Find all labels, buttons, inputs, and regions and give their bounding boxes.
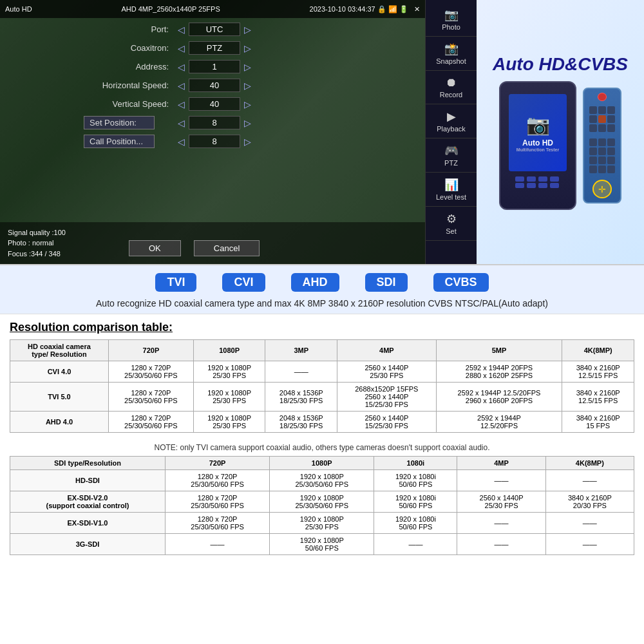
sdi-section: NOTE: only TVI camera support coaxial au…: [0, 438, 644, 560]
sdi-row-exv2-720p: 1280 x 720P25/30/50/60 FPS: [165, 491, 269, 513]
ctrl-coaxitron-value: PTZ: [189, 41, 240, 55]
res-col-5mp: 5MP: [436, 340, 562, 361]
res-col-type: HD coaxial cameratype/ Resolution: [10, 340, 109, 361]
ctrl-coaxitron-label: Coaxitron:: [84, 43, 174, 53]
menu-ptz-label: PTZ: [444, 159, 458, 167]
res-col-4k: 4K(8MP): [562, 340, 634, 361]
ctrl-port-right[interactable]: ▷: [240, 23, 255, 36]
sdi-row-3g-1080p: 1920 x 1080P50/60 FPS: [270, 534, 374, 555]
row-tvi-720p: 1280 x 720P25/30/50/60 FPS: [108, 383, 193, 412]
ctrl-address-left[interactable]: ◁: [174, 61, 189, 73]
topbar-left: Auto HD: [5, 5, 32, 13]
ctrl-coaxitron-right[interactable]: ▷: [240, 42, 255, 55]
camera-emoji: 📷: [526, 113, 550, 136]
ctrl-setpos-right[interactable]: ▷: [240, 117, 255, 129]
badge-tvi: TVI: [155, 273, 196, 292]
topbar-right: 2023-10-10 03:44:37 🔒 📶 🔋 ✕: [310, 5, 420, 14]
row-ahd-1080p: 1920 x 1080P25/30 FPS: [193, 412, 265, 433]
ctrl-port-left[interactable]: ◁: [174, 23, 189, 36]
menu-leveltest[interactable]: 📊 Level test: [426, 173, 477, 207]
ctrl-hspeed-left[interactable]: ◁: [174, 79, 189, 92]
ctrl-vspeed: Vertical Speed: ◁ 40 ▷: [84, 97, 316, 111]
sdi-col-1080p: 1080P: [270, 457, 374, 470]
menu-set[interactable]: ⚙ Set: [426, 207, 477, 241]
ok-button[interactable]: OK: [129, 240, 181, 256]
photo-icon: 📷: [444, 8, 459, 22]
sdi-note: NOTE: only TVI camera support coaxial au…: [10, 443, 634, 452]
sdi-col-720p: 720P: [165, 457, 269, 470]
res-col-4mp: 4MP: [337, 340, 437, 361]
menu-record-label: Record: [440, 91, 462, 99]
row-tvi-1080p: 1920 x 1080P25/30 FPS: [193, 383, 265, 412]
ctrl-address-value: 1: [189, 60, 240, 73]
ctrl-setpos-left[interactable]: ◁: [174, 117, 189, 129]
menu-photo[interactable]: 📷 Photo: [426, 3, 477, 37]
resolution-table: HD coaxial cameratype/ Resolution 720P 1…: [10, 339, 634, 433]
table-row: HD-SDI 1280 x 720P25/30/50/60 FPS 1920 x…: [10, 470, 634, 491]
remote-mock: ✛: [583, 88, 621, 204]
menu-record[interactable]: ⏺ Record: [426, 71, 477, 104]
sdi-row-hd-1080i: 1920 x 1080i50/60 FPS: [374, 470, 457, 491]
menu-set-label: Set: [446, 227, 457, 235]
ctrl-vspeed-left[interactable]: ◁: [174, 98, 189, 111]
device-mock: 📷 Auto HD Multifunction Tester: [499, 81, 576, 210]
ctrl-callpos-value: 8: [189, 135, 240, 148]
row-ahd-name: AHD 4.0: [10, 412, 109, 433]
product-panel: Auto HD&CVBS 📷 Auto HD Multifunction Tes…: [477, 0, 644, 264]
ctrl-coaxitron-left[interactable]: ◁: [174, 42, 189, 55]
close-icon[interactable]: ✕: [414, 5, 420, 13]
sdi-row-hd-4mp: ——: [457, 470, 545, 491]
table-row: EX-SDI-V2.0(support coaxial control) 128…: [10, 491, 634, 513]
menu-playback[interactable]: ▶ Playback: [426, 104, 477, 138]
resolution-table-title: Resolution comparison table:: [10, 321, 634, 334]
row-cvi-1080p: 1920 x 1080P25/30 FPS: [193, 361, 265, 383]
ctrl-setpos: Set Position: ◁ 8 ▷: [84, 116, 316, 129]
badge-cvi: CVI: [222, 273, 265, 292]
ctrl-address-right[interactable]: ▷: [240, 61, 255, 73]
sdi-table: SDI type/Resolution 720P 1080P 1080i 4MP…: [10, 456, 634, 555]
sdi-row-exv2-4k: 3840 x 2160P20/30 FPS: [545, 491, 634, 513]
sdi-col-4k: 4K(8MP): [545, 457, 634, 470]
sdi-row-exv2-name: EX-SDI-V2.0(support coaxial control): [10, 491, 166, 513]
camera-action-btns: OK Cancel: [129, 240, 260, 256]
camera-topbar: Auto HD AHD 4MP_2560x1440P 25FPS 2023-10…: [0, 0, 425, 18]
ctrl-vspeed-right[interactable]: ▷: [240, 98, 255, 111]
ctrl-callpos-left[interactable]: ◁: [174, 135, 189, 148]
sdi-header-row: SDI type/Resolution 720P 1080P 1080i 4MP…: [10, 457, 634, 470]
ctrl-hspeed-value: 40: [189, 79, 240, 92]
sdi-row-hd-4k: ——: [545, 470, 634, 491]
ctrl-setpos-label: Set Position:: [84, 116, 174, 129]
sdi-row-exv1-4k: ——: [545, 513, 634, 534]
sdi-row-3g-4k: ——: [545, 534, 634, 555]
product-title: Auto HD&CVBS: [493, 54, 628, 75]
sdi-row-hd-720p: 1280 x 720P25/30/50/60 FPS: [165, 470, 269, 491]
ctrl-callpos-right[interactable]: ▷: [240, 135, 255, 148]
badge-ahd: AHD: [291, 273, 339, 292]
remote-grid: [589, 106, 615, 132]
menu-snapshot[interactable]: 📸 Snapshot: [426, 37, 477, 71]
sdi-col-type: SDI type/Resolution: [10, 457, 166, 470]
row-ahd-720p: 1280 x 720P25/30/50/60 FPS: [108, 412, 193, 433]
ctrl-port-label: Port:: [84, 24, 174, 34]
remote-power-btn: [598, 93, 607, 101]
ctrl-coaxitron: Coaxitron: ◁ PTZ ▷: [84, 41, 316, 55]
sdi-row-3g-1080i: ——: [374, 534, 457, 555]
ctrl-port: Port: ◁ UTC ▷: [84, 23, 316, 36]
row-ahd-4mp: 2560 x 1440P15/25/30 FPS: [337, 412, 437, 433]
menu-leveltest-label: Level test: [436, 193, 466, 201]
cancel-button[interactable]: Cancel: [194, 240, 260, 256]
topbar-time: 2023-10-10 03:44:37: [310, 5, 375, 13]
row-cvi-4k: 3840 x 2160P12.5/15 FPS: [562, 361, 634, 383]
menu-ptz[interactable]: 🎮 PTZ: [426, 138, 477, 173]
ctrl-hspeed-right[interactable]: ▷: [240, 79, 255, 92]
device-screen-sub: Multifunction Tester: [516, 147, 559, 152]
ctrl-callpos: Call Position... ◁ 8 ▷: [84, 135, 316, 148]
row-tvi-5mp: 2592 x 1944P 12.5/20FPS2960 x 1660P 20FP…: [436, 383, 562, 412]
tech-badges: TVI CVI AHD SDI CVBS: [13, 273, 631, 292]
sdi-row-exv1-4mp: ——: [457, 513, 545, 534]
sdi-row-exv1-1080i: 1920 x 1080i50/60 FPS: [374, 513, 457, 534]
row-tvi-4k: 3840 x 2160P12.5/15 FPS: [562, 383, 634, 412]
middle-band: TVI CVI AHD SDI CVBS Auto recognize HD c…: [0, 264, 644, 314]
camera-panel: Auto HD AHD 4MP_2560x1440P 25FPS 2023-10…: [0, 0, 425, 264]
sdi-row-3g-720p: ——: [165, 534, 269, 555]
